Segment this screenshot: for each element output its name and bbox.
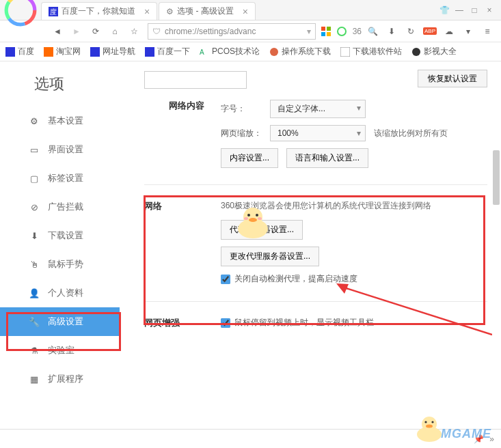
menu-icon[interactable]: ≡ (479, 23, 496, 40)
chevron-down-icon[interactable]: ▾ (307, 27, 311, 36)
tab-baidu[interactable]: 度 百度一下，你就知道 × (41, 2, 157, 20)
puzzle-icon: ▦ (29, 374, 40, 384)
section-title: 网络 (144, 200, 162, 212)
zoom-select[interactable]: 100% (270, 125, 366, 141)
sidebar-item-tabs[interactable]: ▢标签设置 (0, 164, 120, 193)
disable-auto-detect-checkbox[interactable] (221, 275, 230, 284)
svg-point-32 (424, 421, 426, 423)
sidebar-item-download[interactable]: ⬇下载设置 (0, 221, 120, 250)
content: 选项 ⚙基本设置 ▭界面设置 ▢标签设置 ⊘广告拦截 ⬇下载设置 🖱鼠标手势 👤… (0, 61, 501, 423)
bookmarks-bar: 百度 淘宝网 网址导航 百度一下 APCOS技术论 操作系统下载 下载港软件站 … (0, 42, 501, 61)
scrollbar[interactable] (493, 150, 500, 205)
tab-settings[interactable]: ⚙ 选项 - 高级设置 × (159, 2, 256, 20)
sidebar-item-advanced[interactable]: 🔧高级设置 (0, 307, 120, 336)
svg-point-25 (247, 214, 250, 216)
section-netcontent: 网络内容 字号： 自定义字体... 网页缩放： 100% 该缩放比例对所有页 内… (144, 100, 487, 168)
bookmark-item[interactable]: APCOS技术论 (200, 46, 260, 57)
bookmark-item[interactable]: 淘宝网 (44, 46, 81, 57)
svg-point-19 (412, 48, 420, 56)
close-icon[interactable]: × (483, 5, 496, 15)
url-bar[interactable]: 🛡 chrome://settings/advanc ▾ (148, 23, 316, 40)
chevron-down-icon[interactable]: ▾ (460, 23, 476, 40)
sidebar-item-ui[interactable]: ▭界面设置 (0, 135, 120, 164)
change-proxy-button[interactable]: 更改代理服务器设置... (221, 247, 319, 266)
sidebar-item-lab[interactable]: ⚗实验室 (0, 336, 120, 365)
minimize-icon[interactable]: — (453, 5, 465, 15)
block-icon: ⊘ (29, 201, 40, 212)
wrench-icon: 🔧 (29, 316, 40, 327)
svg-rect-7 (321, 27, 325, 31)
tab-strip: 度 百度一下，你就知道 × ⚙ 选项 - 高级设置 × (41, 0, 433, 20)
svg-point-23 (243, 208, 262, 227)
window-icon: ▭ (29, 144, 40, 155)
baidu-icon (145, 47, 154, 57)
section-title: 网页增强 (144, 317, 180, 329)
gear-icon: ⚙ (29, 115, 40, 126)
lang-input-button[interactable]: 语言和输入设置... (286, 148, 368, 168)
cloud-icon[interactable]: ☁ (441, 23, 457, 40)
search-engine-button[interactable] (334, 23, 350, 40)
person-icon: 👤 (29, 288, 40, 298)
download-icon[interactable]: ⬇ (383, 23, 400, 40)
svg-rect-9 (321, 32, 325, 36)
refresh-icon[interactable]: ↻ (403, 23, 419, 40)
svg-point-27 (244, 217, 248, 220)
bookmark-item[interactable]: 影视大全 (411, 46, 457, 57)
close-icon[interactable]: × (144, 6, 150, 17)
svg-rect-13 (44, 47, 53, 57)
svg-point-17 (270, 48, 278, 56)
tab-label: 选项 - 高级设置 (177, 5, 234, 17)
checkbox-label: 关闭自动检测代理，提高启动速度 (234, 273, 357, 285)
back-button[interactable]: ◄ (49, 23, 66, 40)
toolbar: ◄ ► ⟳ ⌂ ☆ 🛡 chrome://settings/advanc ▾ 3… (0, 20, 501, 42)
maximize-icon[interactable]: □ (468, 5, 480, 15)
home-button[interactable]: ⌂ (107, 23, 123, 40)
video-icon (411, 47, 421, 57)
sidebar-item-basic[interactable]: ⚙基本设置 (0, 107, 120, 135)
window-controls: 👕 — □ × (433, 5, 501, 15)
bookmark-item[interactable]: 下载港软件站 (340, 46, 402, 57)
svg-rect-18 (340, 47, 350, 57)
close-icon[interactable]: × (243, 6, 248, 17)
search-input[interactable] (144, 71, 247, 89)
forward-button[interactable]: ► (68, 23, 85, 40)
download-icon: ⬇ (29, 230, 40, 241)
mouse-icon: 🖱 (29, 259, 40, 270)
sidebar-item-profile[interactable]: 👤个人资料 (0, 279, 120, 307)
font-select[interactable]: 自定义字体... (270, 100, 366, 118)
sidebar-item-extensions[interactable]: ▦扩展程序 (0, 365, 120, 393)
main-panel: 恢复默认设置 网络内容 字号： 自定义字体... 网页缩放： 100% 该缩放比… (120, 61, 501, 423)
reload-button[interactable]: ⟳ (87, 23, 104, 40)
flask-icon: ⚗ (29, 345, 40, 356)
star-button[interactable]: ☆ (126, 23, 142, 40)
restore-defaults-button[interactable]: 恢复默认设置 (418, 70, 487, 87)
mascot-icon (412, 414, 446, 443)
nav-icon (90, 47, 100, 57)
ms-icon (321, 27, 331, 36)
search-icon[interactable]: 🔍 (364, 23, 381, 40)
bookmark-item[interactable]: 操作系统下载 (269, 46, 331, 57)
tab-label: 百度一下，你就知道 (62, 5, 135, 17)
bookmark-item[interactable]: 百度 (5, 46, 34, 57)
tab-icon: ▢ (29, 173, 40, 184)
video-toolbar-checkbox[interactable] (221, 318, 230, 328)
section-title: 网络内容 (169, 100, 245, 112)
gear-icon: ⚙ (166, 7, 174, 16)
bookmark-item[interactable]: 百度一下 (145, 46, 190, 57)
content-settings-button[interactable]: 内容设置... (221, 148, 278, 168)
mascot-icon (232, 205, 273, 239)
abp-icon[interactable]: ABP (422, 23, 438, 40)
zoom-desc: 该缩放比例对所有页 (374, 128, 448, 139)
checkbox-label: 鼠标停留到视频上时，显示视频工具栏 (234, 317, 374, 328)
skin-icon[interactable]: 👕 (438, 5, 450, 15)
svg-point-33 (431, 421, 433, 423)
section-network: 网络 360极速浏览器会使用您计算机的系统代理设置连接到网络 代理服务器设置..… (144, 200, 487, 285)
bookmark-item[interactable]: 网址导航 (90, 46, 135, 57)
sidebar-item-mouse[interactable]: 🖱鼠标手势 (0, 250, 120, 279)
taobao-icon (44, 47, 53, 57)
os-icon (269, 47, 279, 57)
svg-rect-10 (327, 32, 331, 36)
svg-point-11 (338, 27, 346, 36)
sidebar-item-adblock[interactable]: ⊘广告拦截 (0, 193, 120, 221)
pcos-icon: A (200, 47, 209, 57)
